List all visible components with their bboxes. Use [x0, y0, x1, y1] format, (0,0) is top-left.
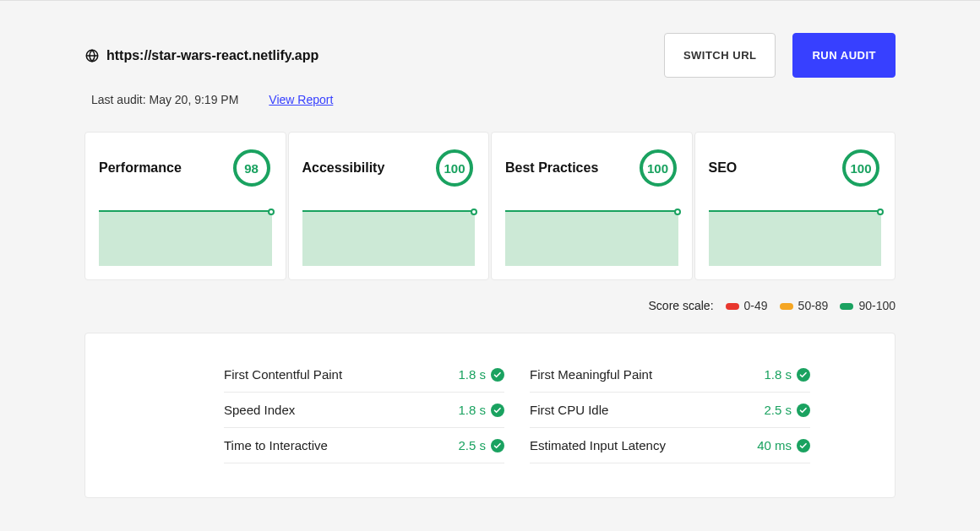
check-circle-icon [797, 439, 810, 452]
metric-label: First CPU Idle [530, 403, 608, 417]
button-group: SWITCH URL RUN AUDIT [664, 33, 896, 78]
swatch-orange-icon [780, 303, 793, 310]
metric-row: First CPU Idle 2.5 s [530, 393, 810, 428]
score-ring: 98 [231, 148, 272, 188]
scale-range: 50-89 [780, 299, 829, 312]
metric-label: First Meaningful Paint [530, 367, 652, 382]
header-row: https://star-wars-react.netlify.app SWIT… [84, 33, 896, 78]
metric-value: 1.8 s [458, 403, 486, 417]
metrics-col-right: First Meaningful Paint 1.8 s First CPU I… [530, 367, 810, 463]
score-title: Performance [99, 160, 182, 176]
score-title: SEO [709, 160, 738, 176]
score-title: Accessibility [302, 160, 385, 176]
metric-label: First Contentful Paint [224, 367, 342, 382]
score-value: 100 [434, 148, 475, 188]
score-title: Best Practices [505, 160, 598, 176]
score-card-seo[interactable]: SEO 100 [694, 132, 896, 280]
metric-label: Estimated Input Latency [530, 438, 666, 452]
switch-url-button[interactable]: SWITCH URL [664, 33, 776, 78]
score-ring: 100 [638, 148, 678, 188]
metrics-col-left: First Contentful Paint 1.8 s Speed Index… [224, 367, 504, 463]
score-scale-legend: Score scale: 0-49 50-89 90-100 [84, 299, 896, 312]
metric-row: First Contentful Paint 1.8 s [224, 367, 504, 393]
check-circle-icon [491, 404, 504, 417]
check-circle-icon [797, 368, 810, 382]
spark-dot-icon [674, 209, 681, 215]
metric-row: First Meaningful Paint 1.8 s [530, 367, 810, 393]
score-ring: 100 [434, 148, 475, 188]
scale-range: 0-49 [726, 299, 768, 312]
metric-row: Time to Interactive 2.5 s [224, 428, 504, 463]
spark-dot-icon [877, 209, 884, 215]
globe-icon [84, 48, 100, 63]
metric-value: 1.8 s [458, 367, 486, 382]
score-card-best-practices[interactable]: Best Practices 100 [491, 132, 693, 280]
score-card-accessibility[interactable]: Accessibility 100 [288, 132, 490, 280]
check-circle-icon [491, 439, 504, 452]
spark-dot-icon [471, 209, 477, 215]
metric-value: 2.5 s [458, 438, 486, 452]
swatch-green-icon [840, 303, 853, 310]
metric-value: 40 ms [757, 438, 792, 452]
url-group: https://star-wars-react.netlify.app [84, 48, 318, 63]
run-audit-button[interactable]: RUN AUDIT [792, 33, 896, 78]
metric-label: Speed Index [224, 403, 295, 417]
spark-dot-icon [268, 209, 275, 215]
score-sparkline [505, 210, 678, 266]
metrics-panel: First Contentful Paint 1.8 s Speed Index… [84, 333, 896, 498]
audited-url: https://star-wars-react.netlify.app [106, 48, 318, 63]
metric-label: Time to Interactive [224, 438, 328, 452]
score-sparkline [709, 210, 882, 266]
check-circle-icon [797, 404, 810, 417]
score-value: 100 [841, 148, 881, 188]
check-circle-icon [491, 368, 504, 382]
scale-range: 90-100 [840, 299, 896, 312]
metric-value: 1.8 s [764, 367, 792, 382]
score-value: 100 [638, 148, 678, 188]
score-cards-row: Performance 98 Accessibility [84, 132, 896, 280]
score-ring: 100 [841, 148, 881, 188]
score-card-performance[interactable]: Performance 98 [84, 132, 286, 280]
score-value: 98 [231, 148, 272, 188]
scale-label: Score scale: [649, 299, 714, 312]
swatch-red-icon [726, 303, 739, 310]
subheader: Last audit: May 20, 9:19 PM View Report [84, 93, 896, 106]
view-report-link[interactable]: View Report [269, 93, 333, 106]
metric-row: Speed Index 1.8 s [224, 393, 504, 428]
metric-row: Estimated Input Latency 40 ms [530, 428, 810, 463]
last-audit-text: Last audit: May 20, 9:19 PM [91, 93, 238, 106]
metric-value: 2.5 s [764, 403, 792, 417]
score-sparkline [99, 210, 272, 266]
score-sparkline [302, 210, 476, 266]
